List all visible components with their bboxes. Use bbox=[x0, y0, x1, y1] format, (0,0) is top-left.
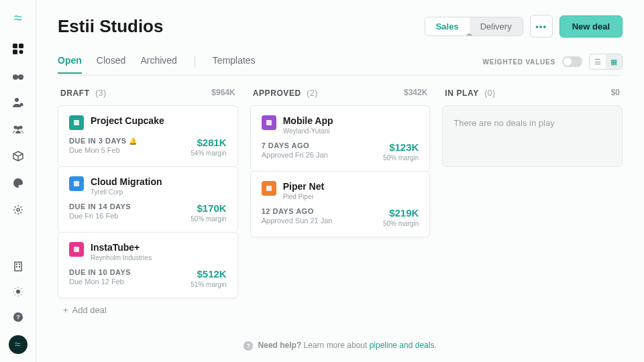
seg-sales[interactable]: Sales bbox=[425, 17, 470, 36]
svg-rect-17 bbox=[19, 266, 20, 267]
help-footer: ? Need help? Learn more about pipeline a… bbox=[58, 341, 623, 351]
column-approved: APPROVED (2) $342K Mobile App Weyland-Yu… bbox=[250, 86, 431, 322]
nav-team-icon[interactable] bbox=[11, 122, 25, 137]
tab-closed[interactable]: Closed bbox=[97, 55, 126, 74]
deal-due-date: Due Fri 16 Feb bbox=[69, 212, 131, 220]
column-inplay-title: IN PLAY bbox=[445, 88, 478, 98]
deal-due-label: 12 DAYS AGO bbox=[262, 207, 333, 215]
add-deal-button[interactable]: +Add deal bbox=[58, 298, 238, 322]
deal-card[interactable]: Piper Net Pied Piper 12 DAYS AGO Approve… bbox=[250, 171, 431, 237]
deal-name: Piper Net bbox=[283, 181, 324, 192]
page-title: Estii Studios bbox=[58, 16, 163, 37]
deal-client: Weyland-Yutani bbox=[283, 127, 333, 135]
deal-value: $123K bbox=[383, 141, 419, 153]
svg-rect-21 bbox=[74, 120, 79, 125]
column-draft: DRAFT (3) $964K Project Cupcake DUE IN 3… bbox=[58, 86, 238, 322]
deal-due-label: 7 DAYS AGO bbox=[262, 141, 328, 149]
deal-card[interactable]: Cloud Migration Tyrell Corp DUE IN 14 DA… bbox=[58, 166, 238, 232]
nav-theme-icon[interactable] bbox=[11, 284, 25, 299]
add-deal-label: Add deal bbox=[72, 305, 107, 315]
mode-segment: Sales Delivery bbox=[425, 17, 523, 36]
deal-name: Project Cupcake bbox=[91, 115, 164, 127]
deal-due-label: DUE IN 3 DAYS🔔 bbox=[69, 137, 137, 145]
user-avatar[interactable]: ≈ bbox=[9, 335, 28, 354]
deal-card[interactable]: Project Cupcake DUE IN 3 DAYS🔔 Due Mon 5… bbox=[58, 105, 238, 166]
column-approved-count: (2) bbox=[307, 88, 317, 98]
column-inplay-count: (0) bbox=[484, 88, 495, 98]
svg-rect-0 bbox=[13, 44, 17, 48]
deal-margin: 50% margin bbox=[191, 215, 226, 223]
deal-icon bbox=[69, 242, 84, 257]
svg-rect-24 bbox=[266, 120, 272, 125]
view-list-button[interactable]: ☰ bbox=[590, 54, 606, 69]
view-grid-button[interactable]: ▦ bbox=[606, 54, 622, 69]
deal-icon bbox=[262, 181, 276, 196]
weighted-values-toggle[interactable] bbox=[562, 56, 582, 67]
deal-name: Mobile App bbox=[283, 115, 333, 127]
more-button[interactable]: ••• bbox=[530, 15, 553, 38]
deal-client: Pied Piper bbox=[283, 193, 324, 200]
svg-rect-14 bbox=[16, 263, 17, 265]
nav-building-icon[interactable] bbox=[11, 259, 25, 274]
deal-margin: 51% margin bbox=[191, 281, 226, 288]
svg-rect-23 bbox=[74, 247, 79, 252]
plus-icon: + bbox=[63, 305, 68, 315]
nav-user-icon[interactable] bbox=[11, 95, 25, 110]
deal-due-label: DUE IN 10 DAYS bbox=[69, 268, 131, 276]
new-deal-button[interactable]: New deal bbox=[559, 15, 623, 38]
logo-icon: ≈ bbox=[13, 9, 21, 27]
main-content: Estii Studios Sales Delivery ••• New dea… bbox=[36, 0, 644, 362]
tab-divider bbox=[195, 56, 195, 68]
deal-icon bbox=[69, 176, 84, 191]
tab-open[interactable]: Open bbox=[58, 55, 82, 74]
column-inplay: IN PLAY (0) $0 There are no deals in pla… bbox=[442, 86, 623, 322]
deal-margin: 50% margin bbox=[383, 154, 419, 162]
deal-client: Tyrell Corp bbox=[91, 188, 162, 196]
svg-point-3 bbox=[19, 50, 23, 54]
help-link[interactable]: pipeline and deals bbox=[370, 341, 435, 350]
column-inplay-empty: There are no deals in play bbox=[442, 105, 623, 167]
deal-due-date: Due Mon 5 Feb bbox=[69, 146, 137, 154]
help-prefix: Need help? bbox=[258, 341, 302, 350]
nav-package-icon[interactable] bbox=[11, 149, 25, 164]
nav-palette-icon[interactable] bbox=[11, 176, 25, 190]
column-inplay-total: $0 bbox=[611, 88, 620, 97]
deal-card[interactable]: InstaTube+ Reynholm Industries DUE IN 10… bbox=[58, 232, 238, 298]
deal-name: Cloud Migration bbox=[91, 176, 162, 188]
sidebar: ≈ ? ≈ bbox=[0, 0, 36, 362]
weighted-values-label: WEIGHTED VALUES bbox=[483, 58, 555, 66]
svg-point-7 bbox=[15, 98, 19, 102]
deal-due-label: DUE IN 14 DAYS bbox=[69, 202, 131, 210]
column-draft-title: DRAFT bbox=[60, 88, 90, 98]
deal-due-date: Approved Sun 21 Jan bbox=[262, 217, 333, 225]
bell-icon: 🔔 bbox=[129, 137, 138, 145]
column-draft-total: $964K bbox=[211, 88, 235, 97]
deal-value: $219K bbox=[383, 207, 419, 219]
deal-card[interactable]: Mobile App Weyland-Yutani 7 DAYS AGO App… bbox=[250, 105, 431, 171]
nav-binoculars-icon[interactable] bbox=[11, 68, 25, 83]
svg-rect-16 bbox=[16, 266, 17, 267]
tab-templates[interactable]: Templates bbox=[213, 55, 256, 74]
nav-help-icon[interactable]: ? bbox=[11, 310, 25, 324]
svg-rect-2 bbox=[13, 50, 17, 54]
tab-archived[interactable]: Archived bbox=[140, 55, 176, 74]
deal-margin: 50% margin bbox=[383, 220, 419, 227]
deal-name: InstaTube+ bbox=[91, 242, 152, 253]
deal-margin: 54% margin bbox=[191, 149, 226, 157]
deal-value: $170K bbox=[191, 202, 226, 214]
column-draft-count: (3) bbox=[95, 88, 106, 98]
column-approved-total: $342K bbox=[404, 88, 427, 97]
column-approved-title: APPROVED bbox=[253, 88, 301, 98]
deal-icon bbox=[262, 115, 276, 130]
seg-delivery[interactable]: Delivery bbox=[470, 17, 523, 36]
seg-indicator-dot bbox=[466, 34, 472, 36]
deal-client: Reynholm Industries bbox=[91, 254, 152, 261]
deal-due-date: Approved Fri 26 Jan bbox=[262, 151, 328, 159]
nav-settings-icon[interactable] bbox=[11, 202, 25, 217]
nav-dashboard-icon[interactable] bbox=[11, 42, 25, 56]
view-segment: ☰ ▦ bbox=[589, 54, 623, 70]
deal-due-date: Due Mon 12 Feb bbox=[69, 278, 131, 286]
help-mid: Learn more about bbox=[301, 341, 369, 350]
svg-rect-6 bbox=[17, 76, 19, 78]
svg-rect-13 bbox=[15, 262, 21, 271]
